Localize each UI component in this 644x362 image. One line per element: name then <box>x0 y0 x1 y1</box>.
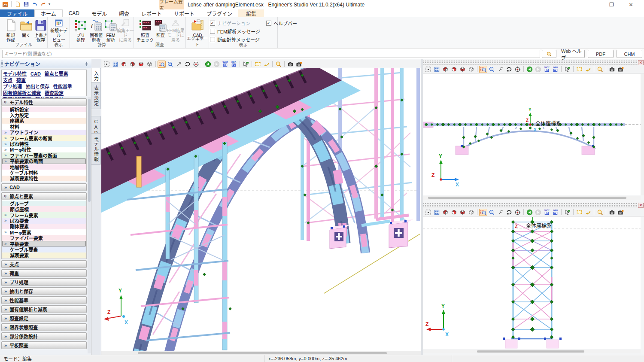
view-cube-top-icon[interactable] <box>450 209 458 216</box>
find-icon[interactable] <box>274 61 283 68</box>
view-cube-top-icon[interactable] <box>128 61 137 68</box>
pan-icon[interactable] <box>496 209 504 216</box>
view-cube-wire-icon[interactable] <box>467 209 475 216</box>
shot-icon[interactable] <box>221 61 229 68</box>
info-icon[interactable] <box>230 61 238 68</box>
side-tab-表示設定[interactable]: 表示設定 <box>91 82 101 109</box>
checked-checkbox-icon[interactable]: ✓ <box>266 21 271 26</box>
nav-section-荷重[interactable]: »荷重 <box>1 269 87 277</box>
nav-link-モデル特性[interactable]: モデル特性 <box>3 71 27 76</box>
nav-section-モデル特性[interactable]: »モデル特性 <box>1 98 87 106</box>
tab-file[interactable]: ファイル <box>0 9 34 17</box>
tab-サポート[interactable]: サポート <box>168 9 200 17</box>
zoom-out-icon[interactable] <box>488 66 496 73</box>
scrollbar-thumb[interactable] <box>138 352 387 354</box>
info-icon[interactable] <box>551 209 559 216</box>
pick-element-icon[interactable] <box>563 209 571 216</box>
selection-undo-icon[interactable] <box>584 209 592 216</box>
new-model-view-button[interactable]: 新規モデル ビュー <box>49 18 69 43</box>
pan-icon[interactable] <box>175 61 183 68</box>
shot-icon[interactable] <box>543 209 551 216</box>
qat-undo-icon[interactable] <box>31 1 38 8</box>
capture-icon[interactable] <box>608 66 616 73</box>
orbit-center-icon[interactable] <box>513 209 522 216</box>
pdf-help-button[interactable]: PDF <box>588 50 614 58</box>
tower-front-viewport[interactable]: Z 全体座標系 Y Z X <box>423 217 641 349</box>
nav-section-限界状態照査[interactable]: »限界状態照査 <box>1 323 87 331</box>
scrollbar-thumb[interactable] <box>477 350 584 353</box>
nav-link-荷重[interactable]: 荷重 <box>16 78 26 83</box>
nav-link-節点と要素[interactable]: 節点と要素 <box>45 71 68 76</box>
unchecked-checkbox-icon[interactable] <box>210 37 215 42</box>
nav-link-性能基準[interactable]: 性能基準 <box>53 84 72 89</box>
nav-section-固有値解析と減衰[interactable]: »固有値解析と減衰 <box>1 305 87 313</box>
checkbox-FEM解析メッセージ[interactable]: FEM解析メッセージ <box>210 27 260 35</box>
view-cube-left-icon[interactable] <box>441 209 450 216</box>
find-icon[interactable] <box>596 66 604 73</box>
keyword-search-input[interactable] <box>2 50 540 58</box>
view-cube-left-icon[interactable] <box>120 61 128 68</box>
qat-new-icon[interactable] <box>14 1 21 8</box>
qat-redo-icon[interactable] <box>40 1 47 8</box>
scrollbar-thumb[interactable] <box>88 99 91 202</box>
pin-icon[interactable] <box>84 61 89 67</box>
history-back-icon[interactable] <box>526 209 534 216</box>
selection-undo-icon[interactable] <box>262 61 270 68</box>
nav-section-CAD[interactable]: »CAD <box>1 183 87 191</box>
capture-save-icon[interactable] <box>295 61 303 68</box>
nav-link-固有値解析と減衰[interactable]: 固有値解析と減衰 <box>3 91 41 96</box>
checkbox-断面計算メッセージ[interactable]: 断面計算メッセージ <box>210 35 260 43</box>
tab-ホーム[interactable]: ホーム <box>34 9 63 17</box>
nav-section-照査設定[interactable]: »照査設定 <box>1 314 87 322</box>
nav-section-節点と要素[interactable]: »節点と要素 <box>1 192 87 200</box>
nav-link-抽出と保存[interactable]: 抽出と保存 <box>26 84 49 89</box>
zoom-fit-icon[interactable] <box>433 66 441 73</box>
capture-icon[interactable] <box>608 209 616 216</box>
navigation-scrollbar[interactable] <box>88 97 91 353</box>
checkbox-ナビゲーション[interactable]: ✓ナビゲーション <box>210 19 260 27</box>
zoom-out-icon[interactable] <box>166 61 174 68</box>
elevation-vscrollbar[interactable] <box>641 74 644 195</box>
close-pane-icon[interactable]: ✕ <box>638 60 644 65</box>
pick-element-icon[interactable] <box>563 66 571 73</box>
bottom-right-pane-handle[interactable] <box>423 203 644 207</box>
top-right-pane-handle[interactable] <box>423 60 644 65</box>
nav-section-平板照査[interactable]: »平板照査 <box>1 341 87 349</box>
tower-hscrollbar[interactable] <box>423 350 641 353</box>
view-cube-right-icon[interactable] <box>459 66 467 73</box>
nav-section-抽出と保存[interactable]: »抽出と保存 <box>1 287 87 295</box>
selection-box-icon[interactable] <box>575 209 583 216</box>
qat-dropdown-icon[interactable]: ▾ <box>49 3 50 6</box>
zoom-out-icon[interactable] <box>488 209 496 216</box>
tab-照査[interactable]: 照査 <box>113 9 135 17</box>
view-cube-right-icon[interactable] <box>459 209 467 216</box>
nav-item-減衰要素[interactable]: 減衰要素 <box>2 252 86 258</box>
orbit-center-icon[interactable] <box>513 66 522 73</box>
nav-link-照査設定[interactable]: 照査設定 <box>45 91 64 96</box>
select-mode-icon[interactable] <box>424 66 432 73</box>
selection-box-icon[interactable] <box>254 61 262 68</box>
pan-icon[interactable] <box>496 66 504 73</box>
view-cube-right-icon[interactable] <box>137 61 145 68</box>
nav-link-プリ処理[interactable]: プリ処理 <box>3 84 22 89</box>
nav-section-支点[interactable]: »支点 <box>1 260 87 268</box>
drag-grip-icon[interactable] <box>1 61 3 67</box>
scrollbar-thumb[interactable] <box>428 197 626 199</box>
main-3d-viewport[interactable]: Y Z X <box>101 68 421 351</box>
zoom-window-icon[interactable] <box>479 66 487 73</box>
search-button[interactable] <box>542 50 556 58</box>
view-cube-top-icon[interactable] <box>450 66 458 73</box>
zoom-window-icon[interactable] <box>158 61 166 68</box>
checked-checkbox-icon[interactable]: ✓ <box>210 21 215 26</box>
history-back-icon[interactable] <box>526 66 534 73</box>
info-icon[interactable] <box>551 66 559 73</box>
tab-CAD[interactable]: CAD <box>63 9 85 17</box>
zoom-window-icon[interactable] <box>479 209 487 216</box>
tab-レポート[interactable]: レポート <box>135 9 168 17</box>
view-cube-left-icon[interactable] <box>441 66 450 73</box>
close-button[interactable]: ✕ <box>621 0 641 9</box>
select-mode-icon[interactable] <box>424 209 432 216</box>
shot-icon[interactable] <box>543 66 551 73</box>
elevation-viewport[interactable]: Y Z X 全体座標系 Y Z X <box>423 74 641 195</box>
close-pane-icon[interactable]: ✕ <box>638 203 644 208</box>
